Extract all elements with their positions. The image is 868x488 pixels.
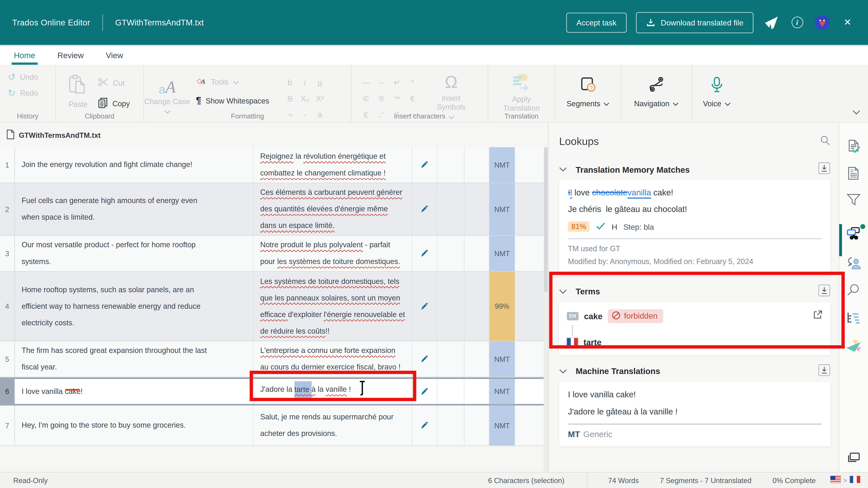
comments-icon[interactable] — [846, 257, 862, 272]
info-icon[interactable]: i — [789, 14, 805, 31]
segment-number[interactable]: 4 — [0, 272, 15, 341]
group-label-translation: Translation — [488, 112, 555, 120]
segment-text: vanille — [326, 385, 347, 393]
mt-section-header[interactable]: Machine Translations — [559, 363, 830, 379]
edit-segment-button[interactable] — [412, 147, 437, 183]
show-whitespaces-button[interactable]: ¶ Show Whitespaces — [196, 95, 269, 106]
terms-section-header[interactable]: Terms — [559, 284, 830, 299]
segment-number[interactable]: 3 — [0, 236, 15, 271]
tm-section-header[interactable]: Translation Memory Matches — [559, 161, 830, 177]
open-termbase-icon[interactable] — [812, 310, 823, 322]
segment-number[interactable]: 1 — [0, 147, 15, 183]
target-cell[interactable]: Notre produit le plus polyvalent - parfa… — [253, 236, 412, 271]
segment-row-1[interactable]: 1Join the energy revolution and fight cl… — [0, 147, 544, 183]
target-cell[interactable]: Rejoignez la révolution énergétique et c… — [253, 147, 412, 183]
edit-segment-button[interactable] — [412, 183, 437, 235]
tools-icon: A — [196, 77, 206, 87]
diff-text: love — [572, 188, 592, 197]
language-pair-arrow: > — [843, 477, 847, 484]
source-cell[interactable]: Our most versatile product - perfect for… — [15, 236, 253, 271]
segment-flag-cell — [437, 183, 465, 235]
confirmed-document-icon[interactable] — [847, 139, 860, 155]
segment-end-cell — [515, 236, 544, 271]
vertical-scrollbar[interactable] — [544, 147, 548, 472]
ribbon-group-translation: Apply Translation Translation — [488, 65, 555, 122]
copy-button[interactable]: Copy — [98, 97, 130, 110]
terms-card[interactable]: EN cake forbidden — [559, 302, 830, 355]
segment-text: !! — [326, 327, 330, 335]
chevron-down-icon[interactable] — [559, 287, 567, 297]
target-cell[interactable]: Les systèmes de toiture domestiques, tel… — [253, 272, 412, 341]
us-flag-icon — [830, 476, 841, 485]
edit-segment-button[interactable] — [412, 272, 437, 341]
document-preview-icon[interactable] — [847, 167, 860, 183]
match-origin-badge: 99% — [490, 272, 515, 341]
target-cell[interactable]: Salut, je me rends au supermarché pour a… — [253, 405, 412, 446]
en-dash-button: – — [374, 74, 389, 90]
segment-number[interactable]: 2 — [0, 183, 15, 235]
source-cell[interactable]: I love vanilla cake! — [15, 379, 253, 404]
concordance-search-icon[interactable] — [847, 283, 860, 299]
document-structure-icon[interactable] — [846, 312, 862, 327]
accept-task-button[interactable]: Accept task — [566, 12, 626, 32]
segment-row-7[interactable]: 7Hey, I'm going to the store to buy some… — [0, 405, 544, 446]
segments-menu[interactable]: ? Segments — [566, 76, 610, 122]
edit-segment-button[interactable] — [412, 379, 437, 404]
insert-match-icon[interactable] — [818, 162, 830, 176]
segment-row-3[interactable]: 3Our most versatile product - perfect fo… — [0, 236, 544, 271]
edit-segment-button[interactable] — [412, 341, 437, 377]
target-cell[interactable]: J'adore la tarte à la vanille ! — [253, 379, 412, 404]
segment-number[interactable]: 6 — [0, 379, 15, 404]
segment-number[interactable]: 7 — [0, 405, 15, 446]
tm-match-card[interactable]: Il love chocolatevanilla cake! Je chéris… — [559, 180, 830, 275]
mt-card[interactable]: I love vanilla cake! J'adore le gâteau à… — [559, 382, 830, 446]
share-paper-plane-icon[interactable] — [763, 14, 779, 31]
search-icon[interactable] — [819, 135, 830, 148]
insert-term-icon[interactable] — [818, 284, 830, 299]
edit-segment-button[interactable] — [412, 236, 437, 271]
source-cell[interactable]: Hey, I'm going to the store to buy some … — [15, 405, 253, 446]
edit-segment-button[interactable] — [412, 405, 437, 446]
scrollbar-thumb[interactable] — [544, 147, 548, 292]
accept-task-label: Accept task — [577, 18, 617, 27]
segment-row-5[interactable]: 5The firm has scored great expansion thr… — [0, 341, 544, 377]
tab-review[interactable]: Review — [57, 46, 84, 65]
side-panel-toggle-icon[interactable] — [847, 452, 860, 465]
close-icon[interactable]: ✕ — [839, 14, 856, 31]
source-cell[interactable]: Join the energy revolution and fight cli… — [15, 147, 253, 183]
insert-mt-icon[interactable] — [818, 364, 830, 378]
segment-text: Our most versatile product - perfect for… — [22, 241, 195, 266]
filter-icon[interactable] — [847, 194, 861, 208]
user-avatar[interactable]: ♥ — [815, 15, 830, 30]
tab-view[interactable]: View — [106, 46, 123, 65]
collapse-ribbon-chevron[interactable] — [852, 107, 860, 117]
target-cell[interactable]: L'entreprise a connu une forte expansion… — [253, 341, 412, 377]
download-icon — [646, 18, 656, 27]
segment-row-6[interactable]: 6I love vanilla cake!J'adore la tarte à … — [0, 378, 544, 405]
source-cell[interactable]: Fuel cells can generate high amounts of … — [15, 183, 253, 235]
segment-number[interactable]: 5 — [0, 341, 15, 377]
segment-row-2[interactable]: 2Fuel cells can generate high amounts of… — [0, 183, 544, 236]
suggestions-paper-plane-icon[interactable] — [845, 340, 862, 355]
navigation-menu[interactable]: Navigation — [634, 76, 679, 122]
voice-menu[interactable]: Voice — [703, 76, 731, 122]
diff-deleted-text: I — [568, 188, 570, 197]
ribbon-group-segments: ? Segments — [555, 65, 621, 122]
segment-row-4[interactable]: 4Home rooftop systems, such as solar pan… — [0, 272, 544, 341]
chevron-down-icon[interactable] — [559, 164, 567, 174]
match-origin-badge: NMT — [490, 405, 515, 446]
segment-end-cell — [515, 183, 544, 235]
match-step: Step: bla — [623, 222, 654, 231]
source-cell[interactable]: Home rooftop systems, such as solar pane… — [15, 272, 253, 341]
source-cell[interactable]: The firm has scored great expansion thro… — [15, 341, 253, 377]
download-translated-file-button[interactable]: Download translated file — [636, 12, 753, 33]
chevron-down-icon[interactable] — [559, 366, 567, 376]
tm-lookup-binoculars-icon[interactable] — [846, 227, 862, 242]
omega-icon: Ω — [445, 73, 458, 92]
target-cell[interactable]: Ces éléments à carburant peuvent générer… — [253, 183, 412, 235]
tab-home[interactable]: Home — [14, 46, 35, 65]
group-label-history: History — [0, 112, 56, 120]
microphone-icon — [710, 76, 724, 95]
registered-button: ® — [374, 90, 389, 106]
segment-text: à — [311, 385, 316, 393]
